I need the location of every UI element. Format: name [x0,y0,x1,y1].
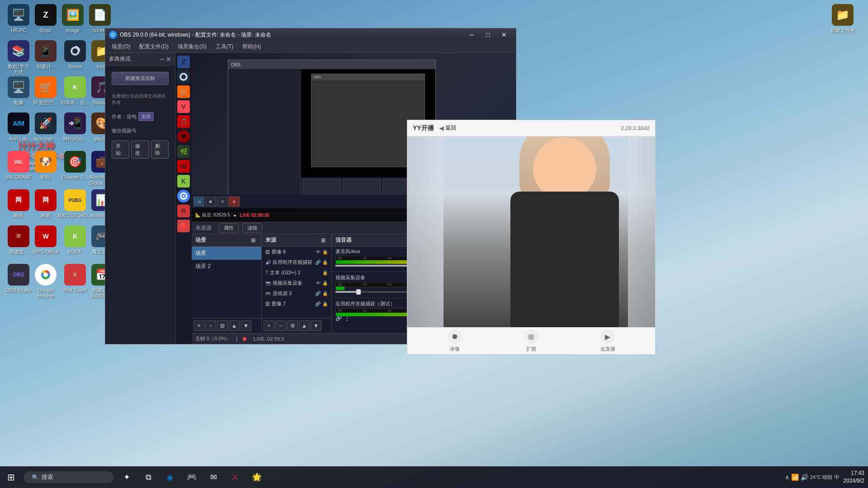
obs-delete-button[interactable]: 删除 [151,141,169,159]
obs-author-row: 作者：雷鸣 支持 [112,112,169,121]
obs-scene-down-button[interactable]: ▼ [241,320,251,331]
taskbar-search[interactable]: 🔍 搜索 [24,471,114,483]
obs-close-button[interactable]: ✕ [496,28,512,41]
obs-sidebar-icon-7[interactable]: 🌿 [176,144,191,159]
taskbar-network[interactable]: 📶 [791,474,799,481]
obs-support-button[interactable]: 支持 [138,112,154,121]
taskbar-mail[interactable]: ✉ [203,466,224,488]
obs-scene-remove-button[interactable]: − [205,320,216,331]
obs-source-link-2[interactable]: 🔗 [315,260,321,265]
obs-sidebar-icon-8[interactable]: W [176,159,191,174]
taskbar-special[interactable]: 🌟 [246,466,268,488]
obs-source-link-6[interactable]: 🔗 [315,301,321,306]
obs-sidebar-icon-11[interactable]: R [176,204,191,218]
desktop-icon-wps[interactable]: W WPS Office [29,224,62,257]
obs-source-lock-5[interactable]: 🔒 [322,291,328,296]
obs-sidebar-icon-4[interactable]: V [176,99,191,114]
taskbar-ai-button[interactable]: ✦ [116,466,137,488]
obs-menu-help[interactable]: 帮助(H) [238,42,265,52]
svg-point-2 [72,48,78,54]
obs-menu-tools[interactable]: 工具(T) [211,42,238,52]
yy-action-record[interactable]: ⏺ 录像 [448,329,462,352]
yy-action-expand[interactable]: ⊞ 扩图 [524,329,538,352]
obs-modify-button[interactable]: 修改 [131,141,149,159]
taskbar-weather[interactable]: 24°C 晴朗 [810,474,833,481]
desktop-icon-launcher[interactable]: 🚀 launcher... [29,111,62,144]
obs-start-button[interactable]: 开始 [112,141,129,159]
desktop-icon-chuangjiaji[interactable]: 📱 创建计... [29,38,62,71]
yy-bottom-bar: ⏺ 录像 ⊞ 扩图 ▶ 去直播 [407,327,655,354]
obs-sidebar-icon-5[interactable]: 🎵 [176,114,191,129]
obs-source-eye-4[interactable]: 👁 [316,281,321,286]
obs-menu-scene-window[interactable]: 场景(O) [107,42,135,52]
desktop-icon-ali[interactable]: 🛒 阿里巴巴... [29,75,62,108]
obs-new-stream-button[interactable]: 新建推流目标 [112,72,169,85]
obs-sidebar-icon-6[interactable]: ❤ [176,129,191,144]
obs-source-eye-1[interactable]: 👁 [316,249,321,254]
yy-action-golive[interactable]: ▶ 去直播 [600,329,615,352]
yy-back-button[interactable]: ◀ 返回 [439,124,456,132]
obs-sidebar-icon-10[interactable] [176,189,191,203]
obs-source-down-button[interactable]: ▼ [311,320,321,331]
taskbar-chevron[interactable]: ∧ [785,474,789,481]
obs-scenes-header: 场景 ⊞ [192,234,261,247]
obs-source-lock-2[interactable]: 🔒 [322,260,328,265]
obs-menu-scene-collection[interactable]: 场景集合(S) [173,42,211,52]
obs-sidebar-icon-12[interactable]: 🔴 [176,219,191,233]
start-button[interactable]: ⊞ [0,466,22,488]
obs-source-lock-4[interactable]: 🔒 [322,281,328,286]
taskbar-task-view[interactable]: ⧉ [137,466,159,488]
taskbar-lol[interactable]: 🎮 [181,466,203,488]
desktop-icon-wangwang[interactable]: 🐶 旺旺 [29,149,62,182]
yy-golive-icon: ▶ [600,329,615,344]
obs-sidebar-icon-2[interactable] [176,70,191,84]
obs-scene-grid-button[interactable]: ⊞ [217,320,228,331]
taskbar-sound[interactable]: 🔊 [801,474,808,481]
obs-sidebar: Z 🛒 V 🎵 ❤ [175,53,192,344]
obs-source-up-button[interactable]: ▲ [299,320,310,331]
taskbar-edge[interactable]: ◉ [159,466,181,488]
obs-scenes-expand-icon[interactable]: ⊞ [249,236,258,245]
obs-source-settings-button[interactable]: ⚙ [287,320,298,331]
obs-source-item-3[interactable]: T 文本 (GDI+) 2 🔒 [262,267,331,278]
obs-source-lock-1[interactable]: 🔒 [322,249,328,254]
obs-source-item-6[interactable]: 🖼 图像 7 🔗 🔒 [262,299,331,309]
obs-menu-profile-file[interactable]: 配置文件(D) [135,42,173,52]
obs-scenes-panel-actions: ⊞ [249,236,258,245]
obs-sources-expand-icon[interactable]: ⊞ [319,236,328,245]
taskbar-clock[interactable]: 17:43 2024/9/2 [843,469,864,485]
obs-scene-item-1[interactable]: 场景 [192,247,261,260]
obs-source-link-5[interactable]: 🔗 [315,291,321,296]
desktop-icon-new-folder[interactable]: 📁 新建文件夹 [826,2,859,35]
obs-source-item-4[interactable]: 📷 视频采集设备 👁 🔒 [262,278,331,288]
svg-point-7 [181,75,186,79]
taskbar-language[interactable]: 中 [834,474,840,481]
taskbar-riot[interactable]: ⚔ [224,466,246,488]
desktop-icon-chrome[interactable]: Googlechrome [29,262,62,301]
obs-source-lock-3[interactable]: 🔒 [322,270,328,275]
obs-nested-content: OBS [228,69,435,213]
obs-source-icon-image2: 🖼 [265,301,270,306]
obs-source-item-5[interactable]: 🎮 游戏源 3 🔗 🔒 [262,288,331,299]
obs-plugin-close[interactable]: ─ ✕ [160,56,171,63]
yy-webcam-view [407,136,655,327]
yy-version: 2.20.0.3842 [621,125,650,131]
obs-maximize-button[interactable]: □ [480,28,496,41]
obs-sidebar-icon-3[interactable]: 🛒 [176,84,191,99]
obs-scene-item-2[interactable]: 场景 2 [192,260,261,273]
obs-source-add-button[interactable]: + [264,320,274,331]
taskbar: ⊞ 🔍 搜索 ✦ ⧉ ◉ 🎮 ✉ ⚔ 🌟 ∧ 📶 🔊 24°C 晴朗 中 17:… [0,466,868,488]
obs-filters-tab[interactable]: 滤镜 [242,223,262,233]
obs-source-item-1[interactable]: 🖼 图像 8 👁 🔒 [262,247,331,257]
obs-sidebar-icon-1[interactable]: Z [176,55,191,69]
obs-scene-add-button[interactable]: + [193,320,204,331]
yy-person [510,136,619,327]
obs-properties-tab[interactable]: 属性 [219,223,239,233]
obs-minimize-button[interactable]: ─ [463,28,480,41]
obs-sidebar-icon-9[interactable]: K [176,174,191,188]
obs-scene-up-button[interactable]: ▲ [229,320,240,331]
obs-source-lock-6[interactable]: 🔒 [322,301,328,306]
obs-source-remove-button[interactable]: − [275,320,286,331]
desktop-icon-wangyi2[interactable]: 网 网易 [29,188,62,221]
obs-source-item-2[interactable]: 🔊 应用程序音频捕获 🔗 🔒 [262,257,331,267]
